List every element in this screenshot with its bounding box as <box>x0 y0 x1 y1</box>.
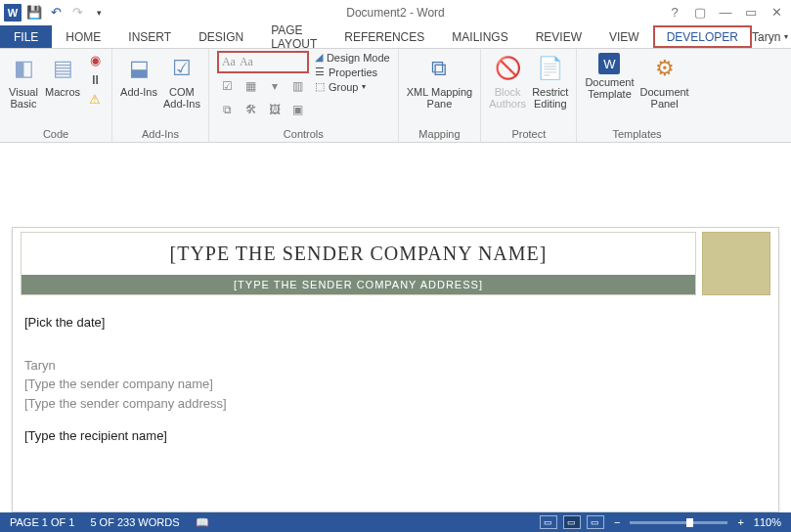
document-title: Document2 - Word <box>346 6 444 20</box>
group-label-controls: Controls <box>217 128 390 142</box>
user-menu[interactable]: Taryn ▾ <box>752 25 791 48</box>
zoom-level[interactable]: 110% <box>754 516 781 528</box>
maximize-icon[interactable]: ▭ <box>742 4 760 22</box>
block-authors-button[interactable]: 🚫 Block Authors <box>489 51 526 110</box>
title-bar: W 💾 ↶ ↷ ▾ Document2 - Word ? ▢ — ▭ ✕ <box>0 0 791 25</box>
sender-name-line[interactable]: Taryn <box>24 356 767 376</box>
ribbon: ◧ Visual Basic ▤ Macros ◉ ⏸ ⚠ Code ⬓ Add… <box>0 49 791 143</box>
text-controls-highlight: Aa Aa <box>217 51 309 73</box>
user-name: Taryn <box>752 30 780 44</box>
macros-icon: ▤ <box>47 53 78 84</box>
tab-design[interactable]: DESIGN <box>185 25 257 48</box>
word-logo-icon: W <box>4 4 22 22</box>
addins-icon: ⬓ <box>123 53 154 84</box>
sender-address-line[interactable]: [Type the sender company address] <box>24 394 767 414</box>
tab-home[interactable]: HOME <box>52 25 114 48</box>
plain-text-control-icon[interactable]: Aa <box>239 54 254 70</box>
addins-button[interactable]: ⬓ Add-Ins <box>120 51 157 98</box>
group-label-protect: Protect <box>489 128 568 142</box>
tab-developer[interactable]: DEVELOPER <box>653 25 752 48</box>
restrict-editing-button[interactable]: 📄 Restrict Editing <box>532 51 568 110</box>
document-area[interactable]: [TYPE THE SENDER COMPANY NAME] [TYPE THE… <box>0 143 791 512</box>
letterhead-accent <box>702 232 770 295</box>
date-control-icon[interactable]: ▥ <box>287 75 309 97</box>
com-addins-button[interactable]: ☑ COM Add-Ins <box>163 51 200 110</box>
restrict-editing-icon: 📄 <box>535 53 566 84</box>
word-count[interactable]: 5 OF 233 WORDS <box>90 516 179 528</box>
group-code: ◧ Visual Basic ▤ Macros ◉ ⏸ ⚠ Code <box>0 49 112 142</box>
picture-control-icon[interactable]: 🖼 <box>264 99 286 120</box>
recipient-name-placeholder[interactable]: [Type the recipient name] <box>24 426 767 446</box>
record-macro-icon[interactable]: ◉ <box>86 51 104 68</box>
chevron-down-icon: ▾ <box>362 82 366 91</box>
tab-references[interactable]: REFERENCES <box>330 25 438 48</box>
zoom-in-button[interactable]: + <box>737 516 743 528</box>
group-protect: 🚫 Block Authors 📄 Restrict Editing Prote… <box>481 49 577 142</box>
group-label-templates: Templates <box>585 128 688 142</box>
visual-basic-icon: ◧ <box>8 53 39 84</box>
pause-macro-icon[interactable]: ⏸ <box>86 70 104 88</box>
group-controls: Aa Aa ☑ ▦ ▾ ▥ ⧉ 🛠 🖼 ▣ ◢ Design Mode <box>209 49 399 142</box>
design-mode-button[interactable]: ◢ Design Mode <box>315 51 390 64</box>
document-panel-icon: ⚙ <box>649 53 681 84</box>
group-button[interactable]: ⬚ Group ▾ <box>315 80 390 93</box>
redo-icon[interactable]: ↷ <box>68 4 86 22</box>
group-icon: ⬚ <box>315 80 325 93</box>
minimize-icon[interactable]: — <box>717 4 734 22</box>
group-templates: W Document Template ⚙ Document Panel Tem… <box>577 49 696 142</box>
customize-qat-icon[interactable]: ▾ <box>90 4 108 22</box>
combo-control-icon[interactable]: ▦ <box>241 75 262 97</box>
building-block-icon[interactable]: ▣ <box>287 99 309 120</box>
ribbon-options-icon[interactable]: ▢ <box>691 4 709 22</box>
visual-basic-button[interactable]: ◧ Visual Basic <box>8 51 39 110</box>
view-buttons: ▭ ▭ ▭ <box>540 515 604 529</box>
zoom-slider[interactable] <box>630 521 727 524</box>
group-mapping: ⧉ XML Mapping Pane Mapping <box>399 49 481 142</box>
undo-icon[interactable]: ↶ <box>47 4 65 22</box>
checkbox-control-icon[interactable]: ☑ <box>217 75 239 97</box>
xml-mapping-icon: ⧉ <box>423 53 455 84</box>
date-placeholder[interactable]: [Pick the date] <box>24 313 767 332</box>
tab-mailings[interactable]: MAILINGS <box>438 25 521 48</box>
document-template-icon: W <box>598 53 620 74</box>
save-icon[interactable]: 💾 <box>25 4 43 22</box>
zoom-out-button[interactable]: − <box>614 516 620 528</box>
macro-security-icon[interactable]: ⚠ <box>86 90 104 108</box>
group-label-addins: Add-Ins <box>120 128 200 142</box>
tab-view[interactable]: VIEW <box>595 25 653 48</box>
document-panel-button[interactable]: ⚙ Document Panel <box>640 51 689 110</box>
sender-company-placeholder[interactable]: [TYPE THE SENDER COMPANY NAME] <box>22 233 695 275</box>
help-icon[interactable]: ? <box>666 4 683 22</box>
close-icon[interactable]: ✕ <box>768 4 785 22</box>
letterhead-block: [TYPE THE SENDER COMPANY NAME] [TYPE THE… <box>21 232 696 295</box>
block-authors-icon: 🚫 <box>492 53 523 84</box>
page-indicator[interactable]: PAGE 1 OF 1 <box>10 516 74 528</box>
properties-icon: ☰ <box>315 66 325 78</box>
sender-company-line[interactable]: [Type the sender company name] <box>24 375 767 394</box>
rich-text-control-icon[interactable]: Aa <box>221 54 237 70</box>
proofing-icon[interactable]: 📖 <box>196 516 209 529</box>
properties-button[interactable]: ☰ Properties <box>315 66 390 78</box>
tab-file[interactable]: FILE <box>0 25 52 48</box>
read-mode-icon[interactable]: ▭ <box>540 515 557 529</box>
macros-button[interactable]: ▤ Macros <box>45 51 80 98</box>
document-template-button[interactable]: W Document Template <box>585 51 634 100</box>
status-bar: PAGE 1 OF 1 5 OF 233 WORDS 📖 ▭ ▭ ▭ − + 1… <box>0 512 791 532</box>
tab-page-layout[interactable]: PAGE LAYOUT <box>257 25 330 48</box>
tab-review[interactable]: REVIEW <box>522 25 595 48</box>
web-layout-icon[interactable]: ▭ <box>587 515 604 529</box>
repeating-control-icon[interactable]: ⧉ <box>217 99 239 120</box>
document-page[interactable]: [TYPE THE SENDER COMPANY NAME] [TYPE THE… <box>12 227 779 512</box>
sender-address-placeholder[interactable]: [TYPE THE SENDER COMPANY ADDRESS] <box>22 275 695 294</box>
com-addins-icon: ☑ <box>166 53 198 84</box>
group-addins: ⬓ Add-Ins ☑ COM Add-Ins Add-Ins <box>112 49 209 142</box>
xml-mapping-button[interactable]: ⧉ XML Mapping Pane <box>407 51 472 110</box>
tab-insert[interactable]: INSERT <box>114 25 185 48</box>
group-label-mapping: Mapping <box>407 128 472 142</box>
design-mode-icon: ◢ <box>315 51 323 64</box>
dropdown-control-icon[interactable]: ▾ <box>264 75 286 97</box>
ribbon-tabs: FILE HOME INSERT DESIGN PAGE LAYOUT REFE… <box>0 25 791 49</box>
legacy-tools-icon[interactable]: 🛠 <box>241 99 262 120</box>
chevron-down-icon: ▾ <box>784 32 788 41</box>
print-layout-icon[interactable]: ▭ <box>563 515 581 529</box>
